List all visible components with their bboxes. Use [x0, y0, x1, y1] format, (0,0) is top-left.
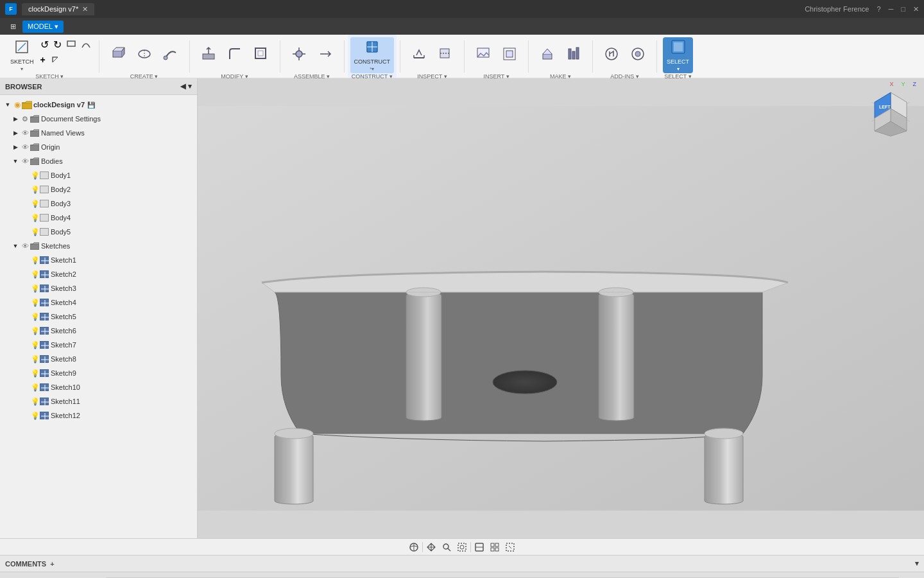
- sketch7-eye-icon[interactable]: 💡: [31, 340, 40, 349]
- toolbar-3dprint-button[interactable]: [535, 37, 560, 73]
- root-expand-icon[interactable]: ▼: [3, 100, 13, 110]
- toolbar-canvas-button[interactable]: [470, 37, 496, 73]
- sketch10-eye-icon[interactable]: 💡: [31, 383, 40, 392]
- view-cube[interactable]: LEFT X Y Z: [865, 86, 916, 137]
- toolbar-extrude-button[interactable]: [105, 37, 131, 73]
- tree-sketch9[interactable]: 💡 Sketch9: [0, 366, 197, 380]
- tree-body4[interactable]: 💡 Body4: [0, 211, 197, 225]
- toolbar-revolve-button[interactable]: [132, 37, 157, 73]
- viewport[interactable]: LEFT X Y Z: [198, 78, 924, 538]
- toolbar-redo-button[interactable]: ↻: [51, 37, 64, 53]
- toolbar-simulate-button[interactable]: [561, 37, 586, 73]
- toolbar-construct-button[interactable]: CONSTRUCT *▾: [350, 37, 395, 73]
- help-icon[interactable]: ?: [877, 5, 880, 13]
- toolbar-shell-button[interactable]: [248, 37, 274, 73]
- tree-sketches[interactable]: ▼ 👁 Sketches: [0, 239, 197, 253]
- toolbar-fillet-button[interactable]: [222, 37, 248, 73]
- sketch12-eye-icon[interactable]: 💡: [31, 411, 40, 420]
- comments-add-icon[interactable]: +: [50, 560, 54, 568]
- toolbar-scripts-button[interactable]: [599, 37, 624, 73]
- tree-sketch8[interactable]: 💡 Sketch8: [0, 352, 197, 366]
- tree-body5[interactable]: 💡 Body5: [0, 225, 197, 239]
- toolbar-measure-button[interactable]: [406, 37, 432, 73]
- sketch6-eye-icon[interactable]: 💡: [31, 326, 40, 335]
- tree-bodies[interactable]: ▼ 👁 Bodies: [0, 154, 197, 168]
- origin-expand-icon[interactable]: ▶: [10, 142, 21, 152]
- window-minimize-icon[interactable]: ─: [889, 5, 894, 13]
- body5-eye-icon[interactable]: 💡: [31, 227, 40, 236]
- root-visibility-icon[interactable]: ◉: [13, 100, 22, 109]
- origin-eye-icon[interactable]: 👁: [21, 143, 30, 152]
- tree-sketch4[interactable]: 💡 Sketch4: [0, 295, 197, 310]
- display-settings-button[interactable]: [472, 541, 486, 554]
- doc-expand-icon[interactable]: ▶: [10, 114, 21, 124]
- sketch11-eye-icon[interactable]: 💡: [31, 397, 40, 406]
- orbit-button[interactable]: [407, 541, 421, 554]
- named-views-eye-icon[interactable]: 👁: [21, 128, 30, 137]
- sketches-expand-icon[interactable]: ▼: [10, 241, 21, 251]
- sketch3-eye-icon[interactable]: 💡: [31, 284, 40, 293]
- tree-body1[interactable]: 💡 Body1: [0, 168, 197, 182]
- toolbar-presspull-button[interactable]: [196, 37, 221, 73]
- zoom-fit-button[interactable]: [455, 541, 469, 554]
- tree-root[interactable]: ▼ ◉ clockDesign v7 💾: [0, 98, 197, 112]
- toolbar-addins-button[interactable]: [625, 37, 651, 73]
- tree-sketch1[interactable]: 💡 Sketch1: [0, 253, 197, 267]
- body4-eye-icon[interactable]: 💡: [31, 213, 40, 222]
- browser-expand-icon[interactable]: ◀: [180, 82, 185, 91]
- comments-collapse-icon[interactable]: ▾: [915, 559, 919, 568]
- sketches-eye-icon[interactable]: 👁: [21, 241, 30, 250]
- named-views-expand-icon[interactable]: ▶: [10, 128, 21, 138]
- sketch1-eye-icon[interactable]: 💡: [31, 256, 40, 265]
- tree-sketch3[interactable]: 💡 Sketch3: [0, 281, 197, 295]
- sketch5-eye-icon[interactable]: 💡: [31, 312, 40, 321]
- tab-close-icon[interactable]: ✕: [82, 5, 88, 13]
- tree-sketch10[interactable]: 💡 Sketch10: [0, 380, 197, 394]
- browser-menu-icon[interactable]: ▾: [188, 82, 192, 91]
- window-maximize-icon[interactable]: □: [901, 5, 905, 13]
- toolbar-joint-button[interactable]: [286, 37, 312, 73]
- tree-named-views[interactable]: ▶ 👁 Named Views: [0, 126, 197, 140]
- sketch9-eye-icon[interactable]: 💡: [31, 369, 40, 378]
- tree-origin[interactable]: ▶ 👁 Origin: [0, 140, 197, 154]
- toolbar-section-button[interactable]: [432, 37, 458, 73]
- snap-button[interactable]: [503, 541, 517, 554]
- tree-sketch7[interactable]: 💡 Sketch7: [0, 338, 197, 352]
- tree-sketch12[interactable]: 💡 Sketch12: [0, 408, 197, 423]
- sketch2-eye-icon[interactable]: 💡: [31, 270, 40, 279]
- toolbar-undo-button[interactable]: ↺: [38, 37, 51, 53]
- toolbar-decal-button[interactable]: [497, 37, 522, 73]
- toolbar-arc-button[interactable]: [79, 37, 93, 53]
- body3-eye-icon[interactable]: 💡: [31, 199, 40, 208]
- toolbar-sketch-button[interactable]: SKETCH ▾: [6, 37, 38, 73]
- svg-point-67: [705, 428, 743, 439]
- toolbar-select-button[interactable]: SELECT ▾: [663, 37, 693, 73]
- menu-grid[interactable]: ⊞: [5, 21, 21, 33]
- toolbar-motion-button[interactable]: [312, 37, 338, 73]
- body2-eye-icon[interactable]: 💡: [31, 185, 40, 194]
- tree-body2[interactable]: 💡 Body2: [0, 182, 197, 197]
- bodies-eye-icon[interactable]: 👁: [21, 157, 30, 166]
- tree-sketch6[interactable]: 💡 Sketch6: [0, 324, 197, 338]
- body1-eye-icon[interactable]: 💡: [31, 171, 40, 180]
- toolbar-sweep-button[interactable]: [158, 37, 184, 73]
- tree-sketch5[interactable]: 💡 Sketch5: [0, 310, 197, 324]
- tree-sketch2[interactable]: 💡 Sketch2: [0, 267, 197, 281]
- sketches-folder-icon: [30, 241, 40, 251]
- toolbar-plus-button[interactable]: +: [38, 53, 47, 69]
- toolbar-constrain-button[interactable]: [48, 53, 62, 69]
- sketch10-label: Sketch10: [51, 383, 80, 391]
- window-close-icon[interactable]: ✕: [913, 5, 919, 13]
- toolbar-rect-button[interactable]: [64, 37, 78, 53]
- pan-button[interactable]: [424, 541, 438, 554]
- sketch4-eye-icon[interactable]: 💡: [31, 298, 40, 307]
- bodies-expand-icon[interactable]: ▼: [10, 156, 21, 166]
- menu-model[interactable]: MODEL ▾: [22, 21, 64, 33]
- tree-body3[interactable]: 💡 Body3: [0, 197, 197, 211]
- grid-button[interactable]: [488, 541, 502, 554]
- zoom-button[interactable]: [440, 541, 454, 554]
- active-tab[interactable]: clockDesign v7* ✕: [22, 3, 94, 15]
- tree-doc-settings[interactable]: ▶ ⚙ Document Settings: [0, 112, 197, 126]
- sketch8-eye-icon[interactable]: 💡: [31, 355, 40, 363]
- tree-sketch11[interactable]: 💡 Sketch11: [0, 394, 197, 408]
